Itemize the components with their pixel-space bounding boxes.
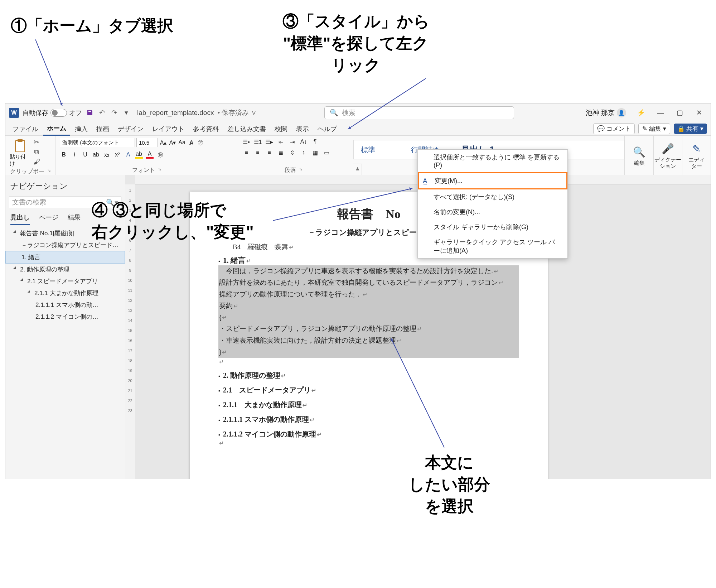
quick-launch-icon[interactable]: ⚡ — [633, 106, 649, 120]
tab-review[interactable]: 校閲 — [271, 122, 291, 135]
search-input[interactable]: 🔍 検索 — [324, 106, 514, 119]
subscript-button[interactable]: x₂ — [103, 151, 111, 159]
sort-icon[interactable]: A↓ — [300, 138, 308, 146]
text-effects-icon[interactable]: A — [124, 151, 132, 159]
nav-item-selected[interactable]: 1. 緒言 — [5, 251, 125, 264]
menu-update-to-match[interactable]: 選択個所と一致するように 標準 を更新する(P) — [418, 150, 567, 172]
doc-h21[interactable]: 2.1 スピードメータアプリ — [218, 385, 519, 395]
cut-icon[interactable]: ✂ — [33, 138, 40, 146]
menu-add-to-qat[interactable]: ギャラリーをクイック アクセス ツール バーに追加(A) — [418, 235, 567, 258]
shrink-font-icon[interactable]: A▾ — [169, 139, 176, 146]
style-normal[interactable]: 標準 — [361, 145, 400, 155]
doc-h2112[interactable]: 2.1.1.2 マイコン側の動作原理 — [218, 429, 519, 439]
clipboard-icon — [13, 138, 27, 153]
expand-icon[interactable] — [13, 230, 18, 235]
selected-body-text[interactable]: 今回は，ラジコン操縦アプリに車速を表示する機能を実装するため設計方針を決定した.… — [218, 265, 519, 358]
filename-label: lab_report_template.docx — [137, 109, 214, 117]
nav-item[interactable]: 2.1.1.2 マイコン側の… — [5, 311, 125, 323]
tab-layout[interactable]: レイアウト — [149, 122, 188, 135]
undo-icon[interactable]: ↶ — [98, 109, 106, 117]
tab-file[interactable]: ファイル — [9, 122, 42, 135]
annotation-arrow-1 — [35, 39, 63, 106]
menu-modify-style[interactable]: A̲ 変更(M)... — [418, 172, 567, 189]
chevron-up-icon[interactable]: ▴ — [356, 164, 359, 172]
dialog-launcher-icon[interactable]: ↘ — [158, 167, 161, 174]
italic-button[interactable]: I — [71, 151, 78, 159]
dialog-launcher-icon[interactable]: ↘ — [299, 167, 303, 174]
nav-tab-headings[interactable]: 見出し — [10, 213, 30, 225]
align-center-icon[interactable]: ≡ — [254, 149, 262, 156]
enclose-char-icon[interactable]: ㊕ — [156, 151, 164, 159]
empty-paragraph[interactable] — [218, 358, 519, 366]
editor-button[interactable]: ✎ エディ ター — [682, 136, 711, 175]
shading-icon[interactable]: ▦ — [311, 149, 319, 156]
strikethrough-button[interactable]: ab — [92, 151, 100, 159]
nav-tab-pages[interactable]: ページ — [39, 213, 58, 225]
tab-references[interactable]: 参考資料 — [189, 122, 222, 135]
tab-mailings[interactable]: 差し込み文書 — [224, 122, 270, 135]
expand-icon[interactable] — [13, 266, 18, 271]
editing-group-button[interactable]: 🔍 編集 — [625, 136, 653, 175]
numbering-icon[interactable]: ☰1 — [254, 138, 262, 146]
close-button[interactable]: ✕ — [691, 106, 707, 120]
nav-item[interactable]: 2.1.1.1 スマホ側の動… — [5, 299, 125, 311]
superscript-button[interactable]: x² — [113, 151, 121, 159]
tab-insert[interactable]: 挿入 — [71, 122, 91, 135]
phonetic-guide-icon[interactable]: ㋐ — [197, 139, 204, 146]
justify-icon[interactable]: ≣ — [277, 149, 285, 156]
share-button[interactable]: 🔒 共有 ▾ — [674, 124, 707, 134]
tab-home[interactable]: ホーム — [43, 122, 70, 136]
tab-draw[interactable]: 描画 — [93, 122, 113, 135]
saved-status[interactable]: • 保存済み ∨ — [217, 108, 256, 117]
redo-icon[interactable]: ↷ — [110, 109, 118, 117]
nav-item[interactable]: 2.1.1 大まかな動作原理 — [5, 287, 125, 299]
doc-h2[interactable]: 2. 動作原理の整理 — [218, 371, 519, 380]
editing-mode-button[interactable]: ✎ 編集 ▾ — [638, 123, 670, 134]
nav-item[interactable]: 2. 動作原理の整理 — [5, 264, 125, 275]
tab-view[interactable]: 表示 — [292, 122, 313, 135]
increase-indent-icon[interactable]: ⇥ — [288, 138, 296, 146]
dictate-button[interactable]: 🎤 ディクテー ション — [653, 136, 682, 175]
empty-paragraph[interactable] — [218, 439, 519, 447]
grow-font-icon[interactable]: A▴ — [159, 139, 167, 146]
menu-remove-from-gallery[interactable]: スタイル ギャラリーから削除(G) — [418, 220, 567, 235]
comments-button[interactable]: 💬 コメント — [593, 123, 635, 134]
expand-icon[interactable] — [28, 290, 33, 295]
menu-select-all[interactable]: すべて選択: (データなし)(S) — [418, 189, 567, 204]
clear-format-icon[interactable]: A̷ — [187, 139, 195, 146]
expand-icon[interactable] — [20, 278, 25, 283]
underline-button[interactable]: U — [81, 151, 89, 159]
toggle-off-icon[interactable] — [50, 109, 67, 117]
tab-design[interactable]: デザイン — [114, 122, 147, 135]
bullets-icon[interactable]: ☰• — [242, 138, 250, 146]
format-painter-icon[interactable]: 🖌 — [33, 158, 40, 166]
qat-dropdown-icon[interactable]: ▾ — [122, 109, 131, 117]
autosave-toggle[interactable]: 自動保存 オフ — [23, 109, 82, 117]
align-right-icon[interactable]: ≡ — [265, 149, 273, 156]
font-name-combo[interactable]: 游明朝 (本文のフォント — [60, 138, 135, 147]
line-spacing-icon[interactable]: ↕ — [300, 149, 308, 156]
menu-rename[interactable]: 名前の変更(N)... — [418, 204, 567, 220]
minimize-button[interactable]: — — [653, 106, 668, 120]
nav-item[interactable]: 2.1 スピードメータアプリ — [5, 275, 125, 287]
multilevel-list-icon[interactable]: ☰▸ — [265, 138, 273, 146]
borders-icon[interactable]: ▭ — [323, 149, 330, 156]
copy-icon[interactable]: ⧉ — [33, 148, 40, 156]
show-marks-icon[interactable]: ¶ — [311, 138, 319, 146]
save-icon[interactable] — [86, 109, 94, 117]
doc-h211[interactable]: 2.1.1 大まかな動作原理 — [218, 400, 519, 410]
nav-tab-results[interactable]: 結果 — [68, 213, 81, 225]
account-button[interactable]: 池神 那京 👤 — [582, 107, 630, 118]
bold-button[interactable]: B — [60, 151, 68, 159]
font-color-icon[interactable]: A — [146, 151, 154, 159]
decrease-indent-icon[interactable]: ⇤ — [277, 138, 285, 146]
font-size-combo[interactable]: 10.5 — [136, 138, 158, 147]
doc-h2111[interactable]: 2.1.1.1 スマホ側の動作原理 — [218, 415, 519, 424]
change-case-icon[interactable]: Aa — [178, 139, 186, 146]
tab-help[interactable]: ヘルプ — [314, 122, 340, 135]
distribute-icon[interactable]: ⇳ — [288, 149, 296, 156]
highlight-color-icon[interactable]: ab — [135, 151, 143, 159]
maximize-button[interactable]: ▢ — [672, 106, 688, 120]
align-left-icon[interactable]: ≡ — [242, 149, 250, 156]
paste-button[interactable]: 貼り付け — [10, 138, 30, 167]
